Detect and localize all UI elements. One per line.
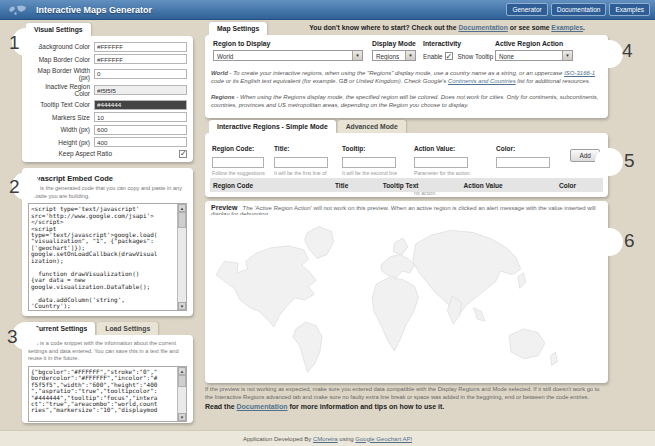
documentation-link[interactable]: Documentation [237, 403, 288, 410]
tab-advanced-mode[interactable]: Advanced Mode [338, 120, 406, 133]
scrollbar-thumb[interactable] [178, 212, 186, 228]
active-region-action-select[interactable]: None ▼ [495, 50, 573, 61]
color-field: Color: [496, 137, 552, 168]
callout-circle [595, 228, 623, 256]
chevron-down-icon: ▼ [562, 51, 572, 60]
interactivity-label: Interactivity [423, 40, 461, 47]
scroll-down-icon[interactable]: ▼ [178, 302, 186, 310]
nav-generator-button[interactable]: Generator [506, 3, 547, 16]
map-border-width-label: Map Border Width (px) [28, 67, 94, 81]
field-row: Map Border Width (px) [28, 67, 187, 81]
col-title: Title [316, 182, 367, 189]
tooltip-field: Tooltip: It will be the second line of t… [342, 137, 400, 184]
markers-size-input[interactable] [94, 112, 187, 122]
tab-simple-mode[interactable]: Interactive Regions - Simple Mode [209, 120, 336, 133]
field-row: Keep Aspect Ratio [28, 150, 187, 158]
settings-description: This is a code snippet with the informat… [28, 340, 187, 363]
read-documentation-line: Read the Documentation for more informat… [205, 403, 444, 410]
nav-examples-button[interactable]: Examples [609, 3, 650, 16]
google-geochart-api-link[interactable]: Google Geochart API [355, 436, 412, 442]
preview-panel: PreviewThe 'Active Region Action' will n… [205, 201, 608, 383]
keep-aspect-ratio-checkbox[interactable] [179, 150, 187, 158]
examples-link[interactable]: Examples [551, 24, 583, 31]
active-region-action-value: None [496, 51, 562, 60]
title-label: Title: [274, 145, 289, 152]
col-color: Color [532, 182, 603, 189]
chevron-down-icon: ▼ [405, 51, 415, 60]
settings-code-scrollbar[interactable]: ▲ ▼ [177, 367, 186, 421]
color-input[interactable] [496, 157, 550, 168]
field-row: Map Border Color [28, 54, 187, 64]
scroll-down-icon[interactable]: ▼ [178, 413, 186, 421]
background-color-input[interactable] [94, 42, 187, 52]
callout-4: 4 [622, 40, 633, 62]
interactivity-controls: Enable Show Tooltip [423, 52, 503, 60]
enable-checkbox[interactable] [445, 52, 453, 60]
region-code-label: Region Code: [212, 145, 254, 152]
title-input[interactable] [274, 157, 328, 168]
regions-note: Regions - When using the Regions display… [211, 93, 599, 109]
tooltip-text-color-label: Tooltip Text Color [28, 101, 94, 108]
scroll-up-icon[interactable]: ▲ [178, 204, 186, 212]
app-title: Interactive Maps Generator [36, 5, 152, 15]
field-row: Inactive Region Color [28, 83, 187, 97]
regions-tab-bar: Interactive Regions - Simple Mode Advanc… [209, 120, 406, 133]
embed-code-description: This is the generated code that you can … [28, 185, 187, 200]
cmoreira-link[interactable]: CMoreira [313, 436, 338, 442]
embed-code-panel: Javascript Embed Code This is the genera… [22, 168, 193, 316]
iso-3166-link[interactable]: ISO-3166-1 [564, 70, 595, 76]
tooltip-input[interactable] [342, 157, 396, 168]
settings-code-textarea[interactable]: {"bgcolor":"#FFFFFF","stroke":"0"," bord… [29, 367, 177, 421]
width-input[interactable] [94, 125, 187, 135]
action-value-label: Action Value: [414, 145, 455, 152]
callout-5: 5 [624, 150, 635, 172]
action-value-input[interactable] [414, 157, 468, 168]
width-label: Width (px) [28, 126, 94, 133]
world-map-preview [211, 215, 597, 379]
world-note: World - To create your interactive regio… [211, 69, 599, 85]
documentation-link[interactable]: Documentation [458, 24, 507, 31]
markers-size-label: Markers Size [28, 114, 94, 121]
chevron-down-icon: ▼ [352, 51, 362, 60]
col-tooltip-text: Tooltip Text [367, 182, 434, 189]
callout-3: 3 [7, 326, 18, 348]
scrollbar-thumb[interactable] [178, 375, 186, 387]
active-region-action-label: Active Region Action [495, 40, 563, 47]
settings-code-box: {"bgcolor":"#FFFFFF","stroke":"0"," bord… [28, 366, 187, 422]
nav-documentation-button[interactable]: Documentation [551, 3, 607, 16]
region-to-display-value: World [214, 51, 352, 60]
map-border-color-input[interactable] [94, 54, 187, 64]
region-to-display-select[interactable]: World ▼ [213, 50, 363, 61]
current-settings-panel: This is a code snippet with the informat… [22, 335, 193, 423]
region-code-field: Region Code: Follow the suggestions abov… [212, 137, 266, 184]
tab-load-settings[interactable]: Load Settings [97, 322, 158, 335]
title-field: Title: It will be the first line of the … [274, 137, 330, 184]
preview-map[interactable] [211, 215, 597, 379]
scroll-up-icon[interactable]: ▲ [178, 367, 186, 375]
visual-settings-panel: Background Color Map Border Color Map Bo… [22, 36, 193, 162]
enable-label: Enable [423, 53, 443, 60]
map-border-color-label: Map Border Color [28, 56, 94, 63]
app-header: Interactive Maps Generator Generator Doc… [0, 0, 655, 20]
height-input[interactable] [94, 137, 187, 147]
field-row: Width (px) [28, 125, 187, 135]
map-border-width-input[interactable] [94, 69, 187, 79]
regions-table-header: Region Code Title Tooltip Text Action Va… [210, 178, 603, 192]
field-row: Background Color [28, 42, 187, 52]
tab-map-settings[interactable]: Map Settings [209, 22, 267, 35]
tooltip-text-color-input[interactable] [94, 100, 187, 110]
display-mode-select[interactable]: Regions ▼ [372, 50, 416, 61]
inactive-region-color-input[interactable] [94, 85, 187, 95]
callout-circle [595, 40, 623, 68]
embed-code-box: <script type='text/javascript' src='http… [28, 203, 187, 311]
world-map-logo-icon [8, 4, 28, 16]
callout-6: 6 [624, 230, 635, 252]
col-action-value: Action Value [434, 182, 532, 189]
embed-code-scrollbar[interactable]: ▲ ▼ [177, 204, 186, 310]
inactive-region-color-label: Inactive Region Color [28, 83, 94, 97]
col-region-code: Region Code [210, 182, 316, 189]
interactive-regions-panel: Region Code: Follow the suggestions abov… [205, 133, 608, 197]
embed-code-textarea[interactable]: <script type='text/javascript' src='http… [29, 204, 177, 310]
continents-countries-link[interactable]: Continents and Countries [448, 78, 516, 84]
region-code-input[interactable] [212, 157, 264, 168]
